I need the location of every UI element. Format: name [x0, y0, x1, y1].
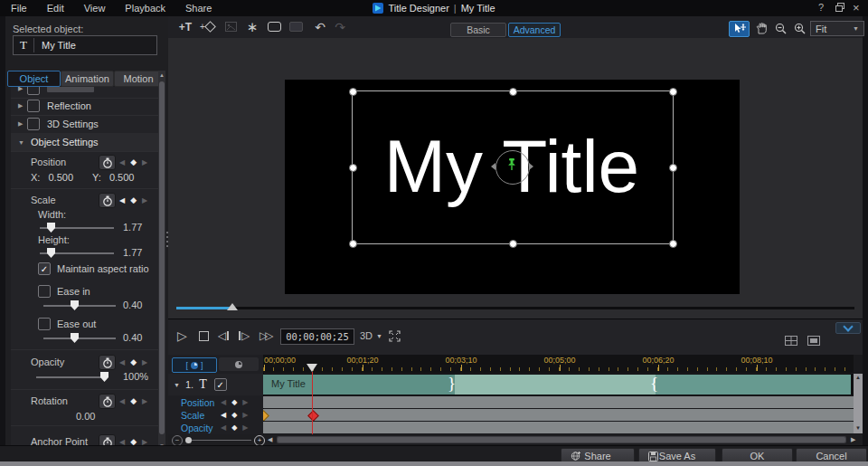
next-keyframe-icon[interactable]: ▶ [142, 196, 147, 204]
ease-boundary-left[interactable]: } [448, 374, 456, 394]
prev-keyframe-icon[interactable]: ◀ [119, 358, 125, 366]
hscrollbar-thumb[interactable] [278, 437, 845, 442]
tv-safe-zone-button[interactable] [785, 332, 797, 348]
add-keyframe-icon[interactable]: ◆ [231, 411, 237, 419]
scale-lane[interactable] [263, 409, 854, 421]
seek-handle[interactable] [227, 303, 238, 310]
ease-in-row[interactable]: Ease in [38, 285, 90, 298]
opacity-slider-handle[interactable] [100, 372, 108, 382]
tab-motion[interactable]: Motion [114, 71, 163, 87]
hand-tool-button[interactable] [751, 21, 770, 35]
timeline-hscrollbar[interactable] [277, 436, 846, 443]
expander-icon[interactable]: ▶ [18, 120, 27, 128]
clip-segment-middle[interactable] [455, 375, 656, 395]
resize-handle-se[interactable] [669, 240, 677, 248]
close-button[interactable]: × [853, 1, 860, 14]
row-header-scale[interactable]: Scale ◀◆▶ [168, 409, 263, 421]
position-y-value[interactable]: 0.500 [109, 172, 135, 183]
clip-segment-ease-out[interactable] [656, 375, 851, 395]
opacity-keyframe-button[interactable] [99, 355, 116, 370]
scroll-right-icon[interactable]: ▶ [851, 436, 855, 443]
section-reflection[interactable]: ▶ Reflection [11, 97, 164, 116]
basic-mode-button[interactable]: Basic [450, 23, 506, 37]
ease-in-slider-track[interactable] [43, 305, 116, 307]
zoom-in-button[interactable] [790, 21, 809, 35]
anchor-pin-icon[interactable] [505, 157, 518, 172]
ease-out-row[interactable]: Ease out [38, 318, 96, 330]
height-slider-handle[interactable] [47, 248, 55, 258]
scroll-left-icon[interactable]: ◀ [268, 436, 272, 443]
fullscreen-button[interactable] [389, 328, 401, 344]
playhead-handle[interactable] [307, 364, 317, 372]
menu-view[interactable]: View [84, 3, 106, 14]
prev-keyframe-icon[interactable]: ◀ [221, 398, 226, 406]
insert-shape-button[interactable] [264, 19, 284, 34]
prev-keyframe-icon[interactable]: ◀ [119, 196, 125, 204]
preview-canvas[interactable]: My Title [285, 80, 740, 294]
position-lane[interactable] [263, 396, 854, 408]
selected-object-field[interactable]: T My Title [13, 35, 157, 55]
ease-out-slider-handle[interactable] [71, 333, 79, 343]
advanced-mode-button[interactable]: Advanced [508, 23, 561, 37]
keyframe-red[interactable] [307, 410, 319, 421]
section-object-settings[interactable]: ▼ Object Settings [11, 133, 164, 152]
zoom-fit-dropdown[interactable]: Fit ▼ [810, 21, 864, 36]
play-button[interactable]: ▷ [177, 328, 187, 344]
track-enable-checkbox[interactable]: ✓ [214, 378, 227, 391]
help-button[interactable]: ? [818, 2, 824, 13]
clock-mode-button[interactable] [219, 357, 259, 371]
prev-keyframe-icon[interactable]: ◀ [221, 411, 226, 419]
fast-forward-button[interactable]: ▷▷ [259, 328, 270, 344]
ease-in-slider-handle[interactable] [71, 300, 79, 310]
insert-text-button[interactable]: +T [175, 19, 195, 34]
resize-handle-ne[interactable] [669, 88, 677, 96]
3d-settings-checkbox[interactable] [27, 118, 40, 130]
reflection-checkbox[interactable] [27, 100, 40, 112]
scroll-up-icon[interactable]: ▲ [158, 72, 165, 78]
scroll-down-icon[interactable]: ▼ [854, 425, 863, 431]
row-header-position[interactable]: Position ◀◆▶ [168, 396, 263, 408]
next-keyframe-icon[interactable]: ▶ [242, 398, 248, 406]
next-keyframe-icon[interactable]: ▶ [142, 158, 147, 166]
next-keyframe-icon[interactable]: ▶ [242, 411, 248, 419]
add-keyframe-icon[interactable]: ◆ [231, 423, 237, 432]
rotation-keyframe-button[interactable] [99, 394, 116, 409]
add-keyframe-icon[interactable]: ◆ [130, 396, 137, 405]
prev-keyframe-icon[interactable]: ◀ [119, 397, 125, 405]
position-keyframe-button[interactable] [99, 155, 116, 170]
tab-animation[interactable]: Animation [61, 71, 114, 87]
track-collapse-icon[interactable]: ▼ [174, 382, 180, 388]
timeline-zoom-handle[interactable] [185, 437, 192, 443]
opacity-lane[interactable] [263, 422, 854, 433]
scroll-up-icon[interactable]: ▲ [854, 375, 863, 380]
select-tool-button[interactable] [729, 21, 750, 37]
scale-keyframe-button[interactable] [99, 193, 116, 208]
keyframe-orange[interactable] [263, 410, 269, 421]
undo-button[interactable]: ↶ [311, 19, 329, 34]
next-keyframe-icon[interactable]: ▶ [142, 397, 147, 405]
expander-icon[interactable]: ▶ [18, 102, 27, 109]
ease-out-slider-track[interactable] [43, 338, 116, 339]
position-x-value[interactable]: 0.500 [48, 172, 73, 183]
panel-scrollbar[interactable]: ▲ ▼ [158, 71, 165, 452]
ease-in-checkbox[interactable] [38, 285, 51, 298]
collapse-icon[interactable]: ▼ [18, 139, 27, 146]
resize-handle-nw[interactable] [349, 88, 357, 96]
track-header[interactable]: ▼ 1. T ✓ [168, 374, 263, 395]
keyframe-mode-button-active[interactable]: [ ] [172, 357, 217, 373]
timecode-field[interactable]: 00;00;00;25 [280, 328, 354, 345]
timeline-ruler[interactable]: 00;00;00 00;01;20 00;03;10 00;05;00 00;0… [263, 355, 854, 373]
3d-mode-dropdown[interactable]: 3D ▼ [360, 328, 382, 344]
menu-file[interactable]: File [11, 3, 27, 14]
ease-out-checkbox[interactable] [38, 318, 51, 330]
next-keyframe-icon[interactable]: ▶ [242, 423, 248, 432]
menu-edit[interactable]: Edit [47, 3, 64, 14]
resize-handle-w[interactable] [349, 164, 357, 172]
clip-segment-ease-in[interactable]: My Title [263, 375, 455, 395]
resize-handle-s[interactable] [509, 240, 517, 248]
rotation-value[interactable]: 0.00 [76, 411, 95, 422]
screen-boundary-button[interactable] [807, 332, 820, 348]
resize-handle-sw[interactable] [349, 240, 357, 248]
section-3d-settings[interactable]: ▶ 3D Settings [11, 115, 164, 134]
clipped-checkbox[interactable] [27, 87, 40, 95]
